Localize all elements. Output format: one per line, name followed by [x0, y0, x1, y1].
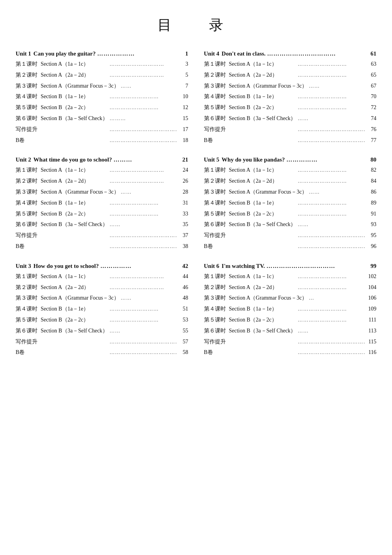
toc-page: 28 [179, 187, 188, 197]
lesson-content: Section A（2a－2d） [41, 283, 108, 292]
toc-page: 111 [367, 315, 376, 325]
lesson-label: 第５课时 [16, 209, 39, 219]
toc-dots: ………………………………………………… [298, 125, 365, 134]
toc-item: 第１课时Section A（1a－1c）………………………63 [204, 59, 377, 69]
lesson-content: Section A（Grammar Focus－3c） [41, 293, 119, 303]
unit-label-unit4: Unit 4 [204, 50, 220, 57]
toc-page: 67 [367, 81, 376, 91]
lesson-label: 第６课时 [204, 220, 227, 229]
toc-page: 17 [179, 125, 188, 134]
unit-title-unit2: Unit 2What time do you go to school?………2… [16, 156, 188, 163]
lesson-label: 第６课时 [16, 114, 39, 123]
lesson-content: Section B（1a－1e） [41, 198, 108, 208]
unit-page-unit3: 42 [183, 263, 188, 269]
lesson-content: Section A（Grammar Focus－3c） [229, 81, 308, 91]
toc-page: 7 [179, 81, 188, 91]
toc-page: 53 [179, 315, 188, 325]
toc-dots: … [309, 294, 365, 302]
toc-item: B卷……………………………………………………116 [204, 348, 377, 357]
toc-page: 15 [179, 114, 188, 123]
toc-dots: ………………………………………………… [109, 242, 177, 251]
toc-item: B卷…………………………………………………38 [16, 242, 188, 251]
toc-item: 第２课时Section A（2a－2d）………………………65 [204, 70, 377, 80]
lesson-label: 第５课时 [204, 209, 227, 219]
toc-page: 72 [367, 103, 376, 112]
toc-dots: ……………………… [298, 283, 365, 292]
toc-page: 33 [179, 209, 188, 219]
lesson-content: Section A（2a－2d） [229, 176, 296, 186]
toc-dots: ……………………… [298, 316, 365, 324]
toc-dots: ……………………… [109, 210, 177, 218]
toc-dots: ……………………… [298, 103, 365, 112]
toc-page: 74 [367, 114, 376, 123]
unit-page-unit6: 99 [371, 263, 376, 269]
toc-item: B卷…………………………………………………58 [16, 348, 188, 357]
toc-dots: ………………………………………………… [109, 348, 177, 357]
unit-dots-unit2: ……… [113, 156, 181, 163]
toc-item: 第３课时Section A（Grammar Focus－3c）……67 [204, 81, 377, 91]
toc-dots: ………………………… [109, 71, 177, 79]
lesson-label: 第６课时 [16, 326, 39, 336]
toc-item: 第５课时Section B（2a－2c）………………………72 [204, 103, 377, 112]
toc-dots: ………………………… [109, 283, 177, 292]
toc-item: B卷…………………………………………………18 [16, 136, 188, 145]
toc-item: 第３课时Section A（Grammar Focus－3c）…106 [204, 293, 377, 303]
toc-dots: …… [298, 327, 365, 335]
lesson-label: 第２课时 [16, 176, 39, 186]
lesson-label: B卷 [16, 348, 39, 357]
unit-block-unit2: Unit 2What time do you go to school?………2… [16, 156, 188, 251]
toc-page: 102 [367, 272, 376, 281]
unit-title-unit5: Unit 5Why do you like pandas?……………80 [204, 156, 377, 163]
lesson-label: 第５课时 [16, 315, 39, 325]
lesson-label: B卷 [204, 136, 227, 145]
toc-page: 109 [367, 304, 376, 314]
toc-page: 96 [367, 242, 376, 251]
toc-item: 第３课时Section A（Grammar Focus－3c）……48 [16, 293, 188, 303]
lesson-label: 第３课时 [204, 293, 227, 303]
toc-page: 58 [179, 348, 188, 357]
lesson-label: 写作提升 [204, 125, 227, 134]
toc-item: 第６课时Section B（3a－Self Check）……74 [204, 114, 377, 123]
toc-item: 第３课时Section A（Grammar Focus－3c）……86 [204, 187, 377, 197]
toc-dots: ………………………………………………… [109, 231, 177, 240]
toc-page: 70 [367, 92, 376, 101]
toc-item: 第５课时Section B（2a－2c）………………………111 [204, 315, 377, 325]
toc-item: 第６课时Section B（3a－Self Check）………15 [16, 114, 188, 123]
lesson-label: 第４课时 [204, 198, 227, 208]
toc-page: 46 [179, 283, 188, 292]
toc-page: 55 [179, 326, 188, 336]
toc-page: 86 [367, 187, 376, 197]
toc-dots: ……………………… [298, 210, 365, 218]
lesson-content: Section B（3a－Self Check） [41, 326, 108, 336]
lesson-content: Section B（3a－Self Check） [41, 114, 108, 123]
lesson-label: 第３课时 [16, 187, 39, 197]
lesson-label: 第３课时 [204, 187, 227, 197]
toc-dots: ……………………… [298, 166, 365, 174]
unit-block-unit5: Unit 5Why do you like pandas?……………80第１课时… [204, 156, 377, 251]
lesson-content: Section B（2a－2c） [229, 315, 296, 325]
toc-item: B卷…………………………………………………77 [204, 136, 377, 145]
toc-dots: ………………………………………………… [298, 136, 365, 145]
toc-dots: …………………………………………… [298, 338, 365, 346]
lesson-label: B卷 [204, 348, 227, 357]
toc-item: 第３课时Section A（Grammar Focus－3c）……7 [16, 81, 188, 91]
lesson-label: 第５课时 [204, 103, 227, 112]
lesson-content: Section B（3a－Self Check） [229, 114, 296, 123]
unit-title-text-unit5: Why do you like pandas? [222, 156, 285, 163]
toc-dots: ……………………… [109, 316, 177, 324]
toc-page: 104 [367, 283, 376, 292]
lesson-label: 第５课时 [16, 103, 39, 112]
lesson-content: Section B（1a－1e） [229, 198, 296, 208]
toc-item: 第２课时Section A（2a－2d）………………………104 [204, 283, 377, 292]
lesson-label: 第１课时 [204, 165, 227, 175]
toc-item: 第１课时Section A（1a－1c）…………………………3 [16, 59, 188, 69]
lesson-content: Section A（2a－2d） [41, 70, 108, 80]
toc-item: 第６课时Section B（3a－Self Check）……35 [16, 220, 188, 229]
lesson-label: 第４课时 [16, 198, 39, 208]
toc-page: 5 [179, 70, 188, 80]
toc-item: 第２课时Section A（2a－2d）…………………………26 [16, 176, 188, 186]
lesson-content: Section A（Grammar Focus－3c） [229, 293, 308, 303]
lesson-label: 第１课时 [16, 165, 39, 175]
toc-item: 第６课时Section B（3a－Self Check）……93 [204, 220, 377, 229]
lesson-label: 写作提升 [204, 231, 227, 240]
